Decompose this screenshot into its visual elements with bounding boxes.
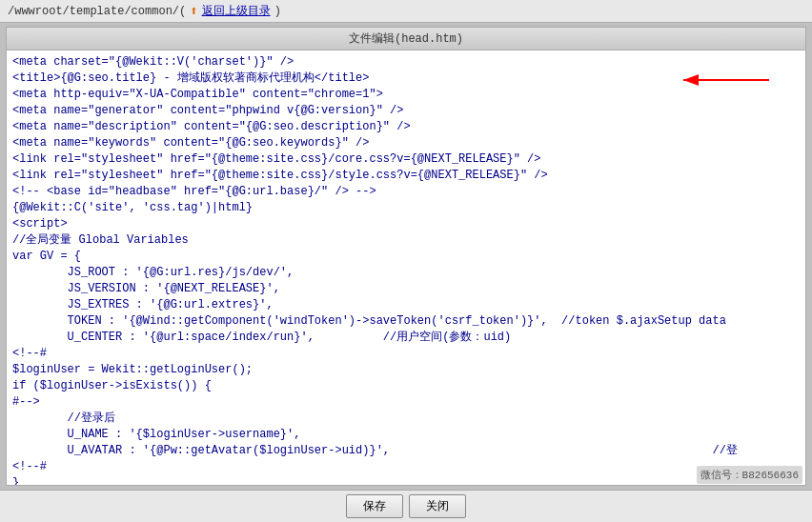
watermark: 微信号：B82656636 [697, 466, 802, 484]
path-close: ) [274, 5, 281, 18]
editor-title: 文件编辑(head.htm) [7, 28, 805, 50]
save-button[interactable]: 保存 [346, 494, 403, 518]
path-text: /wwwroot/template/common/( [8, 5, 186, 18]
file-editor: 文件编辑(head.htm) <meta charset="{@Wekit::V… [6, 27, 806, 486]
close-button[interactable]: 关闭 [409, 494, 466, 518]
back-link[interactable]: 返回上级目录 [202, 3, 271, 19]
top-bar: /wwwroot/template/common/( ⬆ 返回上级目录 ) [0, 0, 812, 23]
up-folder-icon: ⬆ [190, 3, 197, 19]
editor-content[interactable]: <meta charset="{@Wekit::V('charset')}" /… [7, 50, 805, 485]
red-arrow-indicator [674, 71, 779, 89]
code-content[interactable]: <meta charset="{@Wekit::V('charset')}" /… [12, 54, 800, 485]
bottom-bar: 保存 关闭 [0, 490, 812, 522]
